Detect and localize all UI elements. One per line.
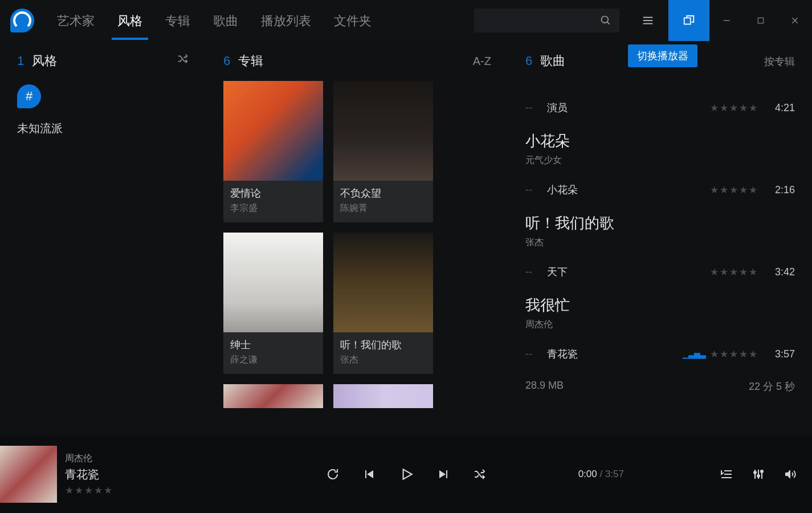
- album-card[interactable]: [333, 384, 433, 408]
- album-cover: [223, 233, 323, 332]
- album-count: 6: [223, 54, 230, 68]
- tab-genres[interactable]: 风格: [112, 1, 148, 40]
- album-grid: 爱情论 李宗盛 不负众望 陈婉菁 绅士 薛之谦: [223, 81, 491, 408]
- album-artist: 薛之谦: [230, 354, 316, 366]
- song-rating[interactable]: ★★★★★: [710, 102, 758, 114]
- content-area: 1 风格 # 未知流派 6 专辑 A-Z 爱情论 李宗盛: [0, 41, 812, 435]
- album-card[interactable]: 不负众望 陈婉菁: [333, 81, 433, 222]
- player-bar: 周杰伦 青花瓷 ★★★★★ 0:00 / 3:57: [0, 435, 812, 513]
- play-button[interactable]: [399, 467, 414, 482]
- genre-item-unknown[interactable]: 未知流派: [17, 121, 189, 136]
- album-name: 绅士: [230, 338, 316, 352]
- song-track-num: --: [525, 348, 547, 360]
- album-artist: 李宗盛: [230, 202, 316, 214]
- song-row[interactable]: -- 演员 ★★★★★ 4:21: [525, 93, 795, 122]
- svg-point-23: [761, 470, 763, 473]
- song-title: 歌曲: [540, 52, 565, 70]
- volume-button[interactable]: [784, 467, 797, 481]
- song-duration: 3:57: [766, 348, 795, 360]
- transport-controls: [326, 467, 487, 482]
- now-playing-artist: 周杰伦: [65, 453, 113, 465]
- song-rating[interactable]: ★★★★★: [710, 348, 758, 360]
- genre-title: 风格: [32, 52, 57, 70]
- song-duration: 3:42: [766, 266, 795, 278]
- shuffle-button[interactable]: [177, 52, 189, 67]
- now-playing-meta: 周杰伦 青花瓷 ★★★★★: [65, 453, 113, 496]
- genre-header: 1 风格: [17, 52, 189, 70]
- tab-artists[interactable]: 艺术家: [51, 1, 100, 40]
- queue-button[interactable]: [720, 467, 733, 481]
- song-rating[interactable]: ★★★★★: [710, 184, 758, 196]
- album-cover: [333, 81, 433, 181]
- search-input[interactable]: [474, 9, 619, 32]
- topbar-right-group: [474, 0, 812, 41]
- player-right-controls: [720, 467, 797, 481]
- song-group-album[interactable]: 小花朵: [525, 131, 795, 151]
- song-name: 小花朵: [547, 183, 710, 197]
- song-track-num: --: [525, 266, 547, 278]
- song-group-artist: 周杰伦: [525, 319, 795, 331]
- song-count: 6: [525, 54, 532, 68]
- time-sep: /: [597, 469, 605, 479]
- album-card[interactable]: 爱情论 李宗盛: [223, 81, 323, 222]
- next-button[interactable]: [436, 467, 450, 481]
- now-playing-cover[interactable]: [0, 446, 57, 503]
- album-card[interactable]: [223, 384, 323, 408]
- album-name: 爱情论: [230, 186, 316, 200]
- song-group-artist: 元气少女: [525, 154, 795, 166]
- album-column: 6 专辑 A-Z 爱情论 李宗盛 不负众望 陈婉菁: [206, 41, 508, 435]
- svg-marker-13: [439, 470, 446, 478]
- album-sort[interactable]: A-Z: [473, 55, 491, 68]
- now-playing-title: 青花瓷: [65, 467, 113, 482]
- album-card[interactable]: 绅士 薛之谦: [223, 233, 323, 374]
- hash-badge[interactable]: #: [17, 84, 41, 108]
- window-close-button[interactable]: [778, 0, 812, 41]
- repeat-button[interactable]: [326, 467, 340, 481]
- song-row[interactable]: -- 青花瓷 ▁▃▅▃ ★★★★★ 3:57: [525, 340, 795, 368]
- svg-point-21: [754, 471, 756, 474]
- svg-point-0: [602, 17, 609, 23]
- now-playing-indicator-icon: ▁▃▅▃: [683, 349, 705, 359]
- time-total: 3:57: [605, 469, 624, 479]
- menu-button[interactable]: [627, 0, 668, 41]
- svg-line-1: [607, 22, 610, 25]
- window-minimize-button[interactable]: [709, 0, 744, 41]
- song-row[interactable]: -- 天下 ★★★★★ 3:42: [525, 258, 795, 286]
- svg-marker-12: [403, 469, 411, 479]
- app-logo[interactable]: [10, 9, 34, 32]
- tab-folders[interactable]: 文件夹: [328, 1, 377, 40]
- song-group-album[interactable]: 听！我们的歌: [525, 213, 795, 233]
- svg-marker-10: [367, 470, 373, 478]
- tab-songs[interactable]: 歌曲: [207, 1, 244, 40]
- shuffle-transport-button[interactable]: [473, 467, 487, 481]
- song-track-num: --: [525, 184, 547, 196]
- song-group-album[interactable]: 我很忙: [525, 295, 795, 315]
- album-name: 听！我们的歌: [340, 338, 426, 352]
- album-card[interactable]: 听！我们的歌 张杰: [333, 233, 433, 374]
- song-row[interactable]: -- 小花朵 ★★★★★ 2:16: [525, 176, 795, 204]
- album-cover: [223, 384, 323, 408]
- song-name: 青花瓷: [547, 347, 683, 361]
- now-playing-rating[interactable]: ★★★★★: [65, 484, 113, 496]
- album-cover: [333, 233, 433, 332]
- album-title: 专辑: [238, 52, 263, 70]
- equalizer-button[interactable]: [752, 467, 765, 481]
- toggle-player-button[interactable]: [668, 0, 709, 41]
- song-group-artist: 张杰: [525, 237, 795, 249]
- genre-count: 1: [17, 54, 24, 68]
- total-size: 28.9 MB: [525, 380, 564, 393]
- search-icon: [600, 15, 611, 26]
- tab-playlists[interactable]: 播放列表: [255, 1, 317, 40]
- svg-marker-24: [785, 470, 790, 479]
- toggle-player-tooltip: 切换播放器: [628, 44, 697, 67]
- song-column: 6 歌曲 按专辑 -- 演员 ★★★★★ 4:21 小花朵 元气少女 -- 小花…: [508, 41, 812, 435]
- prev-button[interactable]: [362, 467, 376, 481]
- window-maximize-button[interactable]: [744, 0, 778, 41]
- song-sort[interactable]: 按专辑: [764, 55, 795, 68]
- album-artist: 陈婉菁: [340, 202, 426, 214]
- album-name: 不负众望: [340, 186, 426, 200]
- tab-albums[interactable]: 专辑: [160, 1, 196, 40]
- album-header: 6 专辑 A-Z: [223, 52, 491, 70]
- svg-rect-14: [446, 470, 447, 478]
- song-rating[interactable]: ★★★★★: [710, 266, 758, 278]
